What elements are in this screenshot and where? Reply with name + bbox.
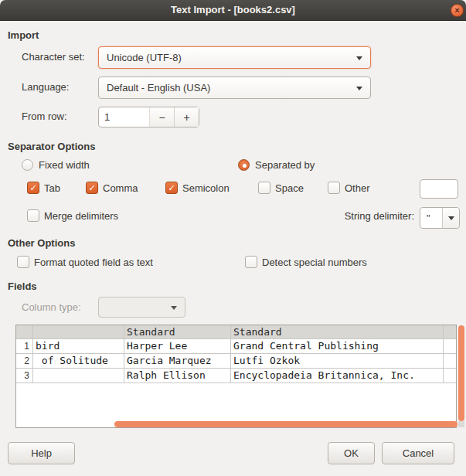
language-value: Default - English (USA) <box>107 82 210 94</box>
string-delimiter-dropdown-button[interactable] <box>442 208 459 228</box>
check-icon: ✓ <box>168 184 175 192</box>
string-delimiter-value: " <box>420 208 442 228</box>
fixed-width-radio[interactable] <box>22 159 33 171</box>
string-delimiter-label: String delimiter: <box>317 210 414 223</box>
fixed-width-label[interactable]: Fixed width <box>39 159 90 172</box>
other-options-heading: Other Options <box>8 237 75 249</box>
table-cell[interactable]: Garcia Marquez <box>124 354 231 369</box>
check-icon: ✓ <box>29 184 36 192</box>
other-checkbox[interactable]: ✓ <box>328 182 340 194</box>
table-cell[interactable]: Ralph Ellison <box>124 369 231 383</box>
ok-button[interactable]: OK <box>328 442 375 464</box>
preview-table: Standard Standard 1 bird Harper Lee Gran… <box>15 325 457 428</box>
column-header[interactable]: Standard <box>124 325 231 339</box>
check-icon: ✓ <box>88 184 95 192</box>
merge-delimiters-checkbox[interactable]: ✓ <box>27 209 39 222</box>
other-separator-input[interactable] <box>420 179 458 199</box>
chevron-down-icon <box>356 87 362 90</box>
window-title: Text Import - [books2.csv] <box>0 4 466 15</box>
column-header[interactable]: Standard <box>231 325 444 339</box>
language-select[interactable]: Default - English (USA) <box>98 76 371 99</box>
fields-section-heading: Fields <box>8 280 37 292</box>
separated-by-label[interactable]: Separated by <box>255 159 315 172</box>
character-set-select[interactable]: Unicode (UTF-8) <box>98 46 371 69</box>
other-label[interactable]: Other <box>345 182 370 195</box>
close-icon[interactable]: × <box>451 4 464 17</box>
tab-label[interactable]: Tab <box>44 182 60 195</box>
chevron-down-icon <box>171 306 177 310</box>
format-quoted-label[interactable]: Format quoted field as text <box>34 257 153 269</box>
row-number: 2 <box>16 354 33 369</box>
horizontal-scrollbar[interactable] <box>114 421 457 427</box>
string-delimiter-select[interactable]: " <box>420 207 460 229</box>
chevron-down-icon <box>448 216 454 220</box>
format-quoted-checkbox[interactable]: ✓ <box>17 256 29 268</box>
help-button[interactable]: Help <box>8 442 75 464</box>
from-row-decrement-button[interactable]: − <box>149 107 174 127</box>
tab-checkbox[interactable]: ✓ <box>27 182 39 194</box>
cancel-button[interactable]: Cancel <box>382 442 454 464</box>
semicolon-checkbox[interactable]: ✓ <box>165 182 178 194</box>
row-number: 3 <box>16 369 33 383</box>
space-checkbox[interactable]: ✓ <box>258 182 270 194</box>
scrollbar-corner <box>458 421 464 427</box>
from-row-label: From row: <box>22 110 67 123</box>
merge-delimiters-label[interactable]: Merge delimiters <box>44 210 118 223</box>
table-cell[interactable]: Lutfi Ozkok <box>231 354 444 369</box>
title-bar[interactable]: Text Import - [books2.csv] × <box>0 0 466 21</box>
table-cell[interactable]: of Solitude <box>33 354 124 369</box>
table-cell-filler <box>444 339 456 354</box>
text-import-dialog: Text Import - [books2.csv] × Import Char… <box>0 0 466 476</box>
column-header[interactable] <box>33 325 124 339</box>
character-set-label: Character set: <box>22 51 85 63</box>
row-number: 1 <box>16 339 33 354</box>
table-cell[interactable]: Grand Central Publishing <box>231 339 444 354</box>
column-type-select[interactable] <box>98 297 185 318</box>
from-row-increment-button[interactable]: + <box>174 107 199 127</box>
character-set-value: Unicode (UTF-8) <box>107 52 182 63</box>
detect-special-checkbox[interactable]: ✓ <box>245 256 257 268</box>
table-cell[interactable]: Encyclopadeia Britannica, Inc. <box>231 369 444 383</box>
column-type-label: Column type: <box>22 301 81 314</box>
table-cell[interactable]: bird <box>33 339 124 354</box>
corner-header-cell <box>16 325 33 339</box>
semicolon-label[interactable]: Semicolon <box>182 182 230 195</box>
import-section-heading: Import <box>8 29 39 41</box>
table-cell-filler <box>444 354 456 369</box>
detect-special-label[interactable]: Detect special numbers <box>262 257 367 269</box>
space-label[interactable]: Space <box>275 182 304 195</box>
column-header-filler <box>444 325 456 339</box>
table-cell[interactable]: Harper Lee <box>124 339 231 354</box>
table-cell-filler <box>444 369 456 383</box>
vertical-scrollbar[interactable] <box>458 325 464 421</box>
language-label: Language: <box>22 81 69 94</box>
separator-options-heading: Separator Options <box>8 141 95 152</box>
from-row-stepper: − + <box>98 107 199 128</box>
separated-by-radio[interactable] <box>238 159 250 171</box>
preview-grid: Standard Standard 1 bird Harper Lee Gran… <box>16 325 456 383</box>
comma-checkbox[interactable]: ✓ <box>86 182 98 194</box>
table-cell[interactable] <box>33 369 124 383</box>
from-row-input[interactable] <box>99 107 149 127</box>
chevron-down-icon <box>356 56 362 60</box>
comma-label[interactable]: Comma <box>103 182 138 195</box>
